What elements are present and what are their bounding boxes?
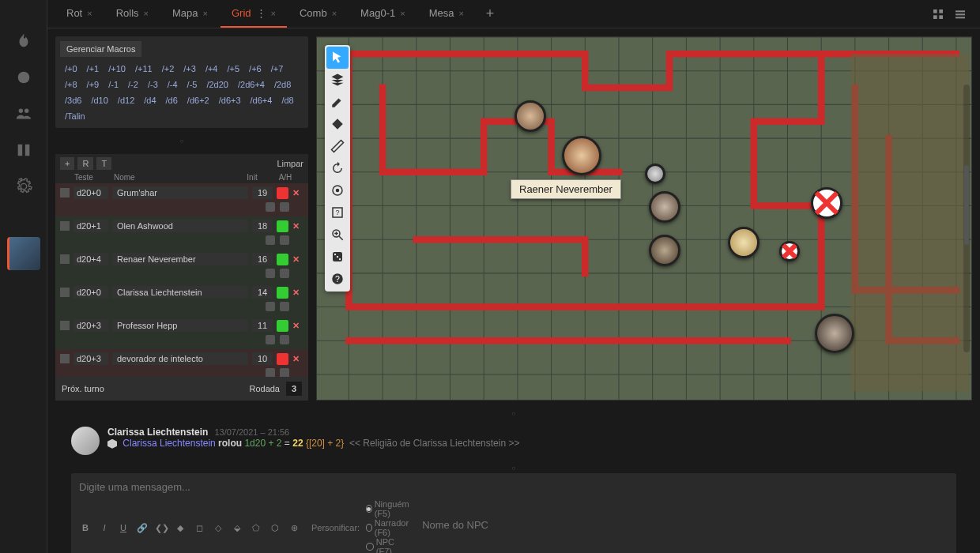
init-row[interactable]: d20+0Clarissa Liechtenstein14✕ bbox=[55, 283, 308, 302]
eye-icon[interactable] bbox=[266, 302, 275, 311]
row-init[interactable]: 14 bbox=[252, 286, 273, 299]
macro-chip[interactable]: /+3 bbox=[179, 62, 201, 76]
eye-icon[interactable] bbox=[266, 269, 275, 278]
shape-tool[interactable] bbox=[326, 113, 349, 135]
players-icon[interactable] bbox=[14, 104, 33, 123]
map-canvas[interactable]: ? ? Raener Neverember bbox=[316, 36, 972, 401]
split-handle[interactable]: ○ bbox=[47, 408, 980, 419]
layers-tool[interactable] bbox=[326, 69, 349, 91]
close-icon[interactable]: × bbox=[87, 9, 92, 18]
row-test[interactable]: d20+0 bbox=[74, 186, 108, 199]
init-row[interactable]: d20+1Olen Ashwood18✕ bbox=[55, 216, 308, 235]
row-test[interactable]: d20+0 bbox=[74, 286, 108, 299]
macro-chip[interactable]: /2d8 bbox=[270, 77, 296, 92]
macro-chip[interactable]: /+8 bbox=[60, 77, 82, 92]
link-icon[interactable] bbox=[280, 202, 289, 212]
tab-mapa[interactable]: Mapa × bbox=[161, 0, 219, 28]
token-dead[interactable] bbox=[811, 187, 842, 219]
chat-split-handle[interactable]: ○ bbox=[71, 463, 956, 473]
row-name[interactable]: devorador de intelecto bbox=[112, 352, 248, 365]
token-dead[interactable] bbox=[779, 241, 800, 261]
link-icon[interactable] bbox=[280, 269, 289, 278]
row-name[interactable]: Renaer Neverember bbox=[112, 253, 248, 265]
init-row[interactable]: d20+4Renaer Neverember16✕ bbox=[55, 250, 308, 269]
token[interactable] bbox=[514, 100, 546, 132]
macro-chip[interactable]: /+6 bbox=[244, 62, 266, 76]
init-add-button[interactable]: + bbox=[60, 157, 74, 170]
token[interactable] bbox=[728, 227, 760, 258]
italic-button[interactable]: I bbox=[98, 523, 111, 532]
d8-button[interactable]: ◇ bbox=[212, 523, 224, 533]
row-name[interactable]: Grum'shar bbox=[112, 186, 248, 199]
row-init[interactable]: 10 bbox=[252, 352, 273, 365]
macro-chip[interactable]: /-5 bbox=[183, 77, 202, 92]
token[interactable] bbox=[649, 235, 680, 266]
pencil-tool[interactable] bbox=[326, 91, 349, 113]
library-icon[interactable] bbox=[14, 141, 33, 160]
init-r-button[interactable]: R bbox=[77, 157, 93, 170]
target-tool[interactable] bbox=[326, 179, 349, 201]
row-checkbox[interactable] bbox=[60, 188, 70, 198]
macro-chip[interactable]: /2d20 bbox=[202, 77, 233, 92]
code-button[interactable]: ❮❯ bbox=[155, 523, 168, 533]
row-color[interactable] bbox=[277, 220, 288, 232]
personify-option[interactable]: NPC (F7) bbox=[366, 537, 411, 553]
row-color[interactable] bbox=[277, 353, 288, 365]
row-name[interactable]: Olen Ashwood bbox=[112, 220, 248, 232]
close-icon[interactable]: × bbox=[458, 9, 463, 18]
row-checkbox[interactable] bbox=[60, 254, 70, 264]
d12-button[interactable]: ⬠ bbox=[250, 523, 262, 533]
dice-tool[interactable] bbox=[326, 246, 349, 268]
row-color[interactable] bbox=[277, 187, 288, 199]
macro-chip[interactable]: /+1 bbox=[82, 62, 104, 76]
row-test[interactable]: d20+1 bbox=[74, 220, 108, 232]
menu-icon[interactable] bbox=[953, 7, 967, 21]
init-t-button[interactable]: T bbox=[96, 157, 111, 170]
bold-button[interactable]: B bbox=[79, 523, 92, 532]
tab-grid[interactable]: Grid ⋮ × bbox=[220, 0, 287, 28]
personify-option[interactable]: Ninguém (F5) bbox=[366, 499, 411, 518]
link-icon[interactable] bbox=[280, 302, 289, 311]
row-remove-icon[interactable]: ✕ bbox=[292, 354, 303, 364]
row-color[interactable] bbox=[277, 254, 288, 265]
macro-chip[interactable]: /d10 bbox=[86, 93, 112, 107]
macro-chip[interactable]: /d12 bbox=[113, 93, 139, 107]
init-row[interactable]: d20+3devorador de intelecto10✕ bbox=[55, 349, 308, 368]
avatar[interactable] bbox=[71, 427, 100, 455]
row-checkbox[interactable] bbox=[60, 321, 70, 330]
macro-chip[interactable]: /d6+2 bbox=[183, 93, 214, 107]
zoom-tool[interactable] bbox=[326, 224, 349, 246]
row-test[interactable]: d20+3 bbox=[74, 352, 108, 365]
d6-button[interactable]: ◻ bbox=[193, 523, 205, 533]
close-icon[interactable]: × bbox=[203, 9, 208, 18]
panel-drag-handle[interactable]: ○ bbox=[55, 136, 308, 146]
macro-header[interactable]: Gerenciar Macros bbox=[60, 41, 141, 57]
row-remove-icon[interactable]: ✕ bbox=[292, 321, 303, 331]
macro-chip[interactable]: /d4 bbox=[139, 93, 160, 107]
chat-text-input[interactable] bbox=[79, 481, 948, 493]
row-init[interactable]: 11 bbox=[252, 319, 273, 332]
macro-chip[interactable]: /d6+4 bbox=[246, 93, 277, 107]
close-icon[interactable]: × bbox=[332, 9, 337, 18]
tab-rot[interactable]: Rot × bbox=[55, 0, 104, 28]
help-tool[interactable]: ? bbox=[326, 268, 349, 290]
map-scrollbar[interactable] bbox=[963, 85, 970, 352]
scene-thumbnail[interactable] bbox=[7, 237, 40, 270]
personify-option[interactable]: Narrador (F6) bbox=[366, 518, 411, 537]
row-color[interactable] bbox=[277, 287, 288, 299]
eye-icon[interactable] bbox=[266, 202, 275, 212]
close-icon[interactable]: × bbox=[271, 9, 276, 18]
row-test[interactable]: d20+4 bbox=[74, 253, 108, 265]
macro-chip[interactable]: /-4 bbox=[163, 77, 183, 92]
macro-chip[interactable]: /-1 bbox=[104, 77, 123, 92]
link-button[interactable]: 🔗 bbox=[136, 523, 149, 533]
add-tab-button[interactable]: + bbox=[477, 6, 504, 22]
row-remove-icon[interactable]: ✕ bbox=[292, 188, 303, 198]
fog-tool[interactable]: ? bbox=[326, 201, 349, 224]
row-checkbox[interactable] bbox=[60, 221, 70, 231]
macro-chip[interactable]: /+2 bbox=[157, 62, 179, 76]
gear-icon[interactable] bbox=[14, 177, 33, 196]
link-icon[interactable] bbox=[280, 235, 289, 245]
token[interactable] bbox=[815, 314, 854, 353]
d10-button[interactable]: ⬙ bbox=[231, 523, 243, 533]
